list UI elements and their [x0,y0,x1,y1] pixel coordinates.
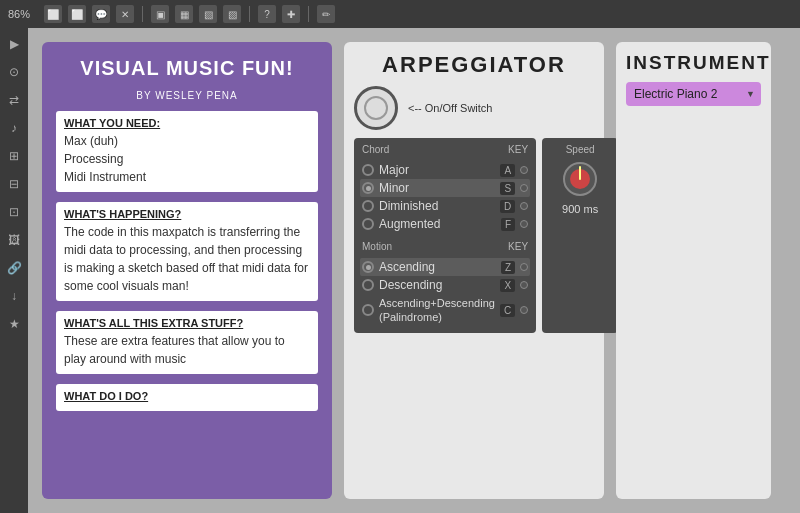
toolbar-btn-10[interactable]: ✚ [282,5,300,23]
chord-major[interactable]: Major A [360,161,530,179]
radio-palindrome [362,304,374,316]
toolbar: 86% ⬜ ⬜ 💬 ✕ ▣ ▦ ▧ ▨ ? ✚ ✏ [0,0,800,28]
left-panel: VISUAL MUSIC FUN! BY WESLEY PENA WHAT YO… [42,42,332,499]
section-extra-stuff-body: These are extra features that allow you … [64,332,310,368]
arpeggiator-panel: ARPEGGIATOR <-- On/Off Switch Chord KEY [344,42,604,499]
speed-section: Speed 900 ms [542,138,618,333]
section-what-you-need-heading: WHAT YOU NEED: [64,117,310,129]
chord-augmented-key: F [501,218,515,231]
toolbar-btn-3[interactable]: 💬 [92,5,110,23]
section-what-do-i-do-heading: WHAT DO I DO? [64,390,310,402]
motion-key-label: KEY [508,241,528,255]
motion-descending[interactable]: Descending X [360,276,530,294]
chord-diminished[interactable]: Diminished D [360,197,530,215]
motion-descending-label: Descending [379,278,495,292]
left-sidebar: ▶ ⊙ ⇄ ♪ ⊞ ⊟ ⊡ 🖼 🔗 ↓ ★ [0,28,28,513]
motion-palindrome-dot [520,306,528,314]
motion-ascending-dot [520,263,528,271]
speed-knob[interactable] [560,159,600,199]
section-what-you-need-body: Max (duh) Processing Midi Instrument [64,132,310,186]
motion-label: Motion [362,241,392,252]
motion-descending-dot [520,281,528,289]
chord-diminished-dot [520,202,528,210]
section-what-do-i-do: WHAT DO I DO? [56,384,318,411]
motion-descending-key: X [500,279,515,292]
instrument-select[interactable]: Electric Piano 1 Electric Piano 2 Harpsi… [626,82,761,106]
sidebar-icon-down[interactable]: ↓ [4,286,24,306]
radio-minor [362,182,374,194]
instrument-select-wrapper: Electric Piano 1 Electric Piano 2 Harpsi… [626,82,761,106]
sidebar-icon-music[interactable]: ♪ [4,118,24,138]
toolbar-sep-3 [308,6,309,22]
chord-major-label: Major [379,163,495,177]
radio-augmented [362,218,374,230]
chord-label: Chord [362,144,389,155]
chord-minor-label: Minor [379,181,495,195]
chord-diminished-label: Diminished [379,199,495,213]
left-panel-title: VISUAL MUSIC FUN! [56,56,318,80]
chord-diminished-key: D [500,200,515,213]
instrument-title: INSTRUMENT [626,52,761,74]
section-whats-happening-body: The code in this maxpatch is transferrin… [64,223,310,295]
section-whats-happening-heading: WHAT'S HAPPENING? [64,208,310,220]
toolbar-btn-11[interactable]: ✏ [317,5,335,23]
radio-major [362,164,374,176]
section-whats-happening: WHAT'S HAPPENING? The code in this maxpa… [56,202,318,301]
toolbar-btn-6[interactable]: ▦ [175,5,193,23]
chord-major-key: A [500,164,515,177]
section-what-you-need: WHAT YOU NEED: Max (duh) Processing Midi… [56,111,318,192]
motion-ascending-label: Ascending [379,260,496,274]
left-panel-subtitle: BY WESLEY PENA [56,90,318,101]
chord-augmented-dot [520,220,528,228]
zoom-level: 86% [8,8,30,20]
section-extra-stuff-heading: WHAT'S ALL THIS EXTRA STUFF? [64,317,310,329]
motion-ascending-key: Z [501,261,515,274]
instrument-panel: INSTRUMENT Electric Piano 1 Electric Pia… [616,42,771,499]
toolbar-btn-5[interactable]: ▣ [151,5,169,23]
toolbar-btn-4[interactable]: ✕ [116,5,134,23]
chord-key-label: KEY [508,144,528,158]
speed-label: Speed [566,144,595,155]
chord-minor[interactable]: Minor S [360,179,530,197]
sidebar-icon-link[interactable]: 🔗 [4,258,24,278]
chord-minor-key: S [500,182,515,195]
sidebar-icon-circle[interactable]: ⊙ [4,62,24,82]
arpeggiator-title: ARPEGGIATOR [354,52,594,78]
toolbar-sep-1 [142,6,143,22]
sidebar-icon-dot-grid[interactable]: ⊡ [4,202,24,222]
arp-switch-label[interactable]: <-- On/Off Switch [408,102,492,114]
arp-on-off-button[interactable] [354,86,398,130]
radio-ascending [362,261,374,273]
toolbar-btn-7[interactable]: ▧ [199,5,217,23]
chord-major-dot [520,166,528,174]
toolbar-btn-8[interactable]: ▨ [223,5,241,23]
radio-diminished [362,200,374,212]
chord-augmented-label: Augmented [379,217,496,231]
sidebar-icon-image[interactable]: 🖼 [4,230,24,250]
sidebar-icon-star[interactable]: ★ [4,314,24,334]
motion-ascending[interactable]: Ascending Z [360,258,530,276]
section-extra-stuff: WHAT'S ALL THIS EXTRA STUFF? These are e… [56,311,318,374]
motion-palindrome-label: Ascending+Descending(Palindrome) [379,296,495,325]
toolbar-btn-2[interactable]: ⬜ [68,5,86,23]
sidebar-icon-arrow[interactable]: ▶ [4,34,24,54]
motion-palindrome[interactable]: Ascending+Descending(Palindrome) C [360,294,530,327]
toolbar-btn-9[interactable]: ? [258,5,276,23]
motion-palindrome-key: C [500,304,515,317]
sidebar-icon-minus[interactable]: ⊟ [4,174,24,194]
content-area: VISUAL MUSIC FUN! BY WESLEY PENA WHAT YO… [28,28,800,513]
sidebar-icon-grid[interactable]: ⊞ [4,146,24,166]
sidebar-icon-swap[interactable]: ⇄ [4,90,24,110]
chord-augmented[interactable]: Augmented F [360,215,530,233]
chord-section: Chord KEY Major A Minor S [354,138,536,333]
toolbar-btn-1[interactable]: ⬜ [44,5,62,23]
chord-minor-dot [520,184,528,192]
speed-value: 900 ms [562,203,598,215]
main-area: ▶ ⊙ ⇄ ♪ ⊞ ⊟ ⊡ 🖼 🔗 ↓ ★ VISUAL MUSIC FUN! … [0,28,800,513]
radio-descending [362,279,374,291]
toolbar-sep-2 [249,6,250,22]
